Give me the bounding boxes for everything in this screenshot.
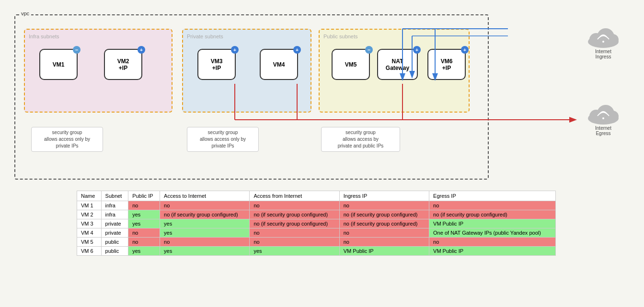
col-egress-ip: Egress IP <box>429 191 556 201</box>
table-row: VM 3 private yes yes no (if security gro… <box>77 219 556 228</box>
cell-ingress-ip: no <box>339 238 429 247</box>
vm5-box: − VM5 <box>332 49 370 80</box>
cell-public-ip: yes <box>128 247 160 256</box>
col-name: Name <box>77 191 102 201</box>
cell-name: VM 4 <box>77 228 102 238</box>
cell-public-ip: no <box>128 238 160 247</box>
internet-egress-cloud: InternetEgress <box>582 103 625 136</box>
cell-public-ip: yes <box>128 210 160 219</box>
cell-ingress-ip: no (if security group configured) <box>339 219 429 228</box>
svg-point-9 <box>602 117 604 119</box>
table-row: VM 4 private no yes no no One of NAT Gat… <box>77 228 556 238</box>
col-ingress-ip: Ingress IP <box>339 191 429 201</box>
cell-access-to-internet: no (if security group configured) <box>160 210 250 219</box>
cell-subnet: public <box>101 247 128 256</box>
cell-subnet: public <box>101 238 128 247</box>
vm4-label: VM4 <box>273 61 285 68</box>
cell-name: VM 5 <box>77 238 102 247</box>
cell-subnet: private <box>101 228 128 238</box>
vm3-dot: + <box>231 46 239 54</box>
cell-public-ip: no <box>128 228 160 238</box>
network-diagram: vpc Infra subnets − VM1 + VM2+IP Private… <box>0 0 644 187</box>
vm1-box: − VM1 <box>39 49 78 80</box>
vm6-label: VM6+IP <box>441 58 453 71</box>
vm5-label: VM5 <box>345 61 357 68</box>
cell-access-to-internet: yes <box>160 219 250 228</box>
table-row: VM 1 infra no no no no no <box>77 201 556 210</box>
cell-egress-ip: no <box>429 201 556 210</box>
vm1-dot: − <box>73 46 80 54</box>
cell-ingress-ip: no <box>339 228 429 238</box>
table-row: VM 5 public no no no no no <box>77 238 556 247</box>
vm6-dot: + <box>461 46 469 54</box>
cell-name: VM 2 <box>77 210 102 219</box>
col-access-from-internet: Access from Internet <box>250 191 339 201</box>
vm3-box: + VM3+IP <box>197 49 236 80</box>
cell-name: VM 3 <box>77 219 102 228</box>
cell-ingress-ip: VM Public IP <box>339 247 429 256</box>
nat-label: NATGateway <box>386 58 409 71</box>
cell-egress-ip: One of NAT Gateway IPs (public Yandex po… <box>429 228 556 238</box>
cell-subnet: infra <box>101 201 128 210</box>
cell-name: VM 1 <box>77 201 102 210</box>
cell-ingress-ip: no <box>339 201 429 210</box>
public-subnet-label: Public subnets <box>323 34 465 39</box>
private-subnet-box: Private subnets + VM3+IP + VM4 <box>182 29 311 113</box>
cloud-ingress-icon <box>586 26 620 48</box>
sg-note-public: security groupallows access byprivate an… <box>321 127 400 152</box>
sg-note-infra: security groupallows access only bypriva… <box>31 127 103 152</box>
nat-gateway-box: + NATGateway <box>377 49 418 80</box>
svg-point-3 <box>607 34 619 45</box>
vm2-label: VM2+IP <box>117 58 129 71</box>
cell-egress-ip: VM Public IP <box>429 247 556 256</box>
svg-point-4 <box>602 41 604 43</box>
svg-point-8 <box>607 111 619 122</box>
vm3-label: VM3+IP <box>211 58 223 71</box>
internet-ingress-cloud: InternetIngress <box>582 26 625 59</box>
sg-note-private: security groupallows access only bypriva… <box>187 127 259 152</box>
cell-access-from-internet: no <box>250 238 339 247</box>
private-subnet-label: Private subnets <box>187 34 307 39</box>
infra-subnet-box: Infra subnets − VM1 + VM2+IP <box>24 29 172 113</box>
egress-label: InternetEgress <box>595 125 611 136</box>
cell-public-ip: no <box>128 201 160 210</box>
col-subnet: Subnet <box>101 191 128 201</box>
cell-egress-ip: VM Public IP <box>429 219 556 228</box>
col-public-ip: Public IP <box>128 191 160 201</box>
cell-name: VM 6 <box>77 247 102 256</box>
table-row: VM 2 infra yes no (if security group con… <box>77 210 556 219</box>
cell-access-from-internet: no (if security group configured) <box>250 210 339 219</box>
table-row: VM 6 public yes yes yes VM Public IP VM … <box>77 247 556 256</box>
cell-subnet: infra <box>101 210 128 219</box>
vm1-label: VM1 <box>53 61 65 68</box>
ingress-label: InternetIngress <box>595 49 611 59</box>
cloud-egress-icon <box>586 103 620 125</box>
vm5-dot: − <box>365 46 373 54</box>
cell-egress-ip: no (if security group configured) <box>429 210 556 219</box>
vm-summary-table: Name Subnet Public IP Access to Internet… <box>77 191 556 256</box>
vm4-box: + VM4 <box>260 49 298 80</box>
nat-dot: + <box>413 46 421 54</box>
cell-access-from-internet: no <box>250 201 339 210</box>
cell-access-to-internet: yes <box>160 228 250 238</box>
cell-egress-ip: no <box>429 238 556 247</box>
cell-access-to-internet: yes <box>160 247 250 256</box>
cell-access-to-internet: no <box>160 201 250 210</box>
cell-ingress-ip: no (if security group configured) <box>339 210 429 219</box>
cell-access-from-internet: no <box>250 228 339 238</box>
vm2-dot: + <box>138 46 145 54</box>
cell-access-to-internet: no <box>160 238 250 247</box>
col-access-to-internet: Access to Internet <box>160 191 250 201</box>
vm2-box: + VM2+IP <box>104 49 142 80</box>
summary-table-area: Name Subnet Public IP Access to Internet… <box>77 191 556 256</box>
cell-access-from-internet: no (if security group configured) <box>250 219 339 228</box>
infra-subnet-label: Infra subnets <box>29 34 168 39</box>
cell-subnet: private <box>101 219 128 228</box>
vm4-dot: + <box>293 46 301 54</box>
vm6-box: + VM6+IP <box>427 49 466 80</box>
public-subnet-box: Public subnets − VM5 + NATGateway + VM6+… <box>319 29 470 113</box>
cell-access-from-internet: yes <box>250 247 339 256</box>
vpc-label: vpc <box>19 11 31 16</box>
cell-public-ip: yes <box>128 219 160 228</box>
